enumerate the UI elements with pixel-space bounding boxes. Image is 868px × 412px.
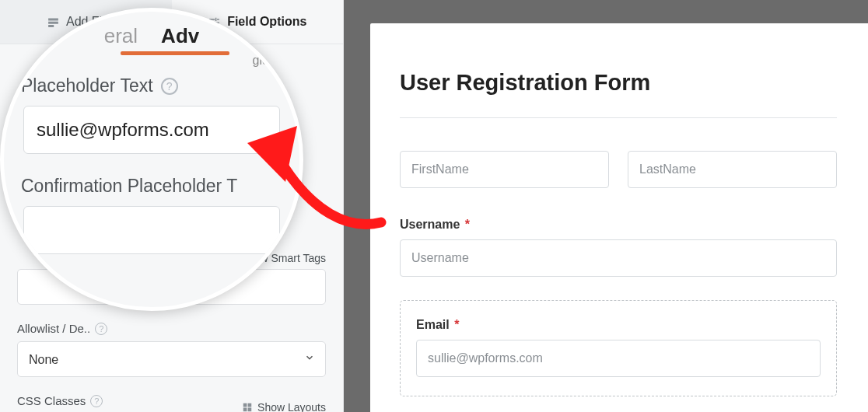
css-classes-group: CSS Classes ? Show Layouts — [17, 394, 326, 412]
magnifier-placeholder-input — [23, 106, 280, 154]
form-preview-area: User Registration Form Username * — [344, 0, 868, 412]
magnifier-confirmation-label: Confirmation Placeholder T — [4, 176, 237, 197]
allowlist-denylist-group: Allowlist / De.. ? None — [17, 322, 326, 377]
help-icon[interactable]: ? — [90, 395, 103, 407]
username-label-text: Username — [400, 218, 460, 231]
required-asterisk: * — [454, 318, 459, 331]
magnifier-placeholder-label: Placeholder Text ? — [4, 75, 178, 96]
allowlist-denylist-label-text: Allowlist / De.. — [17, 322, 90, 335]
show-layouts-label: Show Layouts — [257, 401, 326, 412]
email-label: Email * — [416, 318, 821, 332]
username-label: Username * — [400, 218, 837, 232]
sidebar: Add Fields Field Options x how Smart Tag… — [0, 0, 344, 412]
magnifier-tab-advanced: Adv — [161, 24, 199, 48]
email-label-text: Email — [416, 318, 450, 331]
required-asterisk: * — [465, 218, 470, 231]
email-input[interactable] — [416, 340, 821, 377]
magnifier-overlay: eral Adv gic Placeholder Text ? Confirma… — [0, 8, 303, 311]
css-classes-label: CSS Classes ? — [17, 394, 103, 407]
last-name-input[interactable] — [628, 151, 837, 188]
username-field: Username * — [400, 218, 837, 277]
form-title: User Registration Form — [400, 70, 837, 96]
form-divider — [400, 117, 837, 118]
layouts-icon — [242, 402, 253, 412]
help-icon: ? — [161, 78, 178, 95]
first-name-input[interactable] — [400, 151, 609, 188]
help-icon[interactable]: ? — [95, 323, 107, 335]
form-preview: User Registration Form Username * — [370, 23, 868, 412]
name-field-row — [400, 151, 837, 188]
show-layouts-link[interactable]: Show Layouts — [242, 401, 326, 412]
magnifier-placeholder-label-text: Placeholder Text — [21, 75, 153, 96]
css-classes-label-text: CSS Classes — [17, 394, 86, 407]
username-input[interactable] — [400, 239, 837, 277]
magnifier-confirmation-input — [23, 206, 280, 254]
add-fields-icon — [47, 16, 60, 29]
allowlist-denylist-label: Allowlist / De.. ? — [17, 322, 326, 335]
magnifier-tab-general: eral — [104, 24, 138, 48]
magnifier-subtabs: eral Adv — [104, 16, 199, 51]
magnifier-tab-underline — [121, 51, 229, 55]
allowlist-denylist-select[interactable]: None — [17, 341, 326, 377]
tab-field-options-label: Field Options — [227, 15, 306, 29]
email-field-selected[interactable]: Email * — [400, 300, 837, 396]
